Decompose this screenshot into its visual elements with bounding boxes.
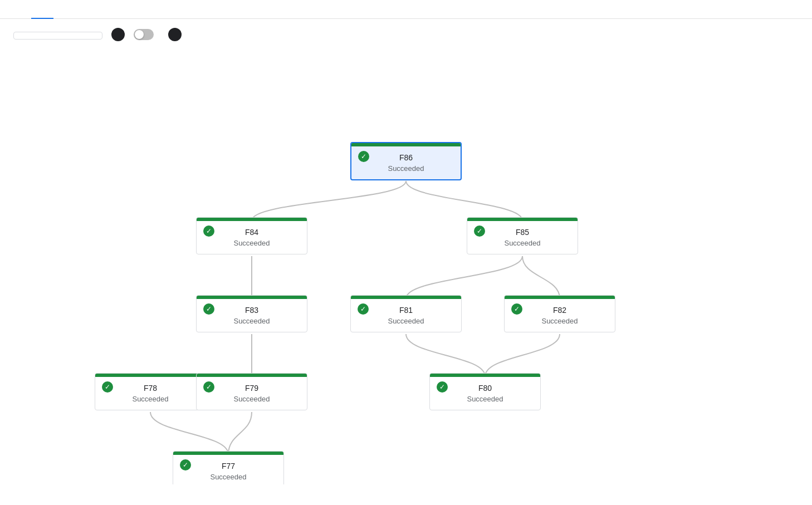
node-title: F84	[245, 228, 258, 237]
node-status: Succeeded	[541, 317, 578, 325]
node-body: ✓ F82 Succeeded	[505, 299, 615, 332]
graph-area: ✓ F86 Succeeded ✓ F84 Succeeded ✓ F85 Su…	[0, 50, 812, 484]
success-icon: ✓	[437, 381, 448, 393]
node-f79[interactable]: ✓ F79 Succeeded	[196, 373, 307, 410]
graph-view-group	[13, 30, 102, 40]
success-icon: ✓	[511, 303, 522, 315]
success-icon: ✓	[203, 303, 214, 315]
node-title: F79	[245, 384, 258, 393]
node-title: F85	[516, 228, 529, 237]
node-f82[interactable]: ✓ F82 Succeeded	[504, 295, 615, 332]
node-title: F86	[399, 153, 413, 162]
graph-view-help-icon[interactable]	[111, 28, 125, 41]
node-body: ✓ F83 Succeeded	[197, 299, 307, 332]
success-icon: ✓	[358, 151, 369, 162]
node-status: Succeeded	[467, 395, 503, 403]
node-status: Succeeded	[388, 164, 424, 173]
node-f77[interactable]: ✓ F77 Succeeded	[173, 451, 284, 484]
connectors-svg	[0, 50, 812, 484]
node-title: F82	[553, 306, 566, 315]
success-icon: ✓	[203, 225, 214, 237]
node-title: F80	[478, 384, 492, 393]
node-body: ✓ F80 Succeeded	[430, 377, 540, 410]
toolbar	[0, 19, 812, 50]
success-icon: ✓	[474, 225, 485, 237]
node-body: ✓ F77 Succeeded	[173, 455, 283, 484]
node-body: ✓ F85 Succeeded	[467, 221, 578, 254]
connector-F79-F77	[228, 412, 252, 454]
tab-job-metrics[interactable]	[53, 0, 76, 19]
critical-path-group	[134, 29, 159, 40]
graph-view-select[interactable]	[13, 32, 102, 40]
node-body: ✓ F81 Succeeded	[351, 299, 461, 332]
node-status: Succeeded	[233, 239, 270, 247]
node-f80[interactable]: ✓ F80 Succeeded	[429, 373, 541, 410]
connector-F78-F77	[150, 412, 228, 454]
critical-path-help-icon[interactable]	[168, 28, 182, 41]
tab-bar	[0, 0, 812, 19]
success-icon: ✓	[358, 303, 369, 315]
node-status: Succeeded	[388, 317, 424, 325]
success-icon: ✓	[102, 381, 113, 393]
node-body: ✓ F79 Succeeded	[197, 377, 307, 410]
node-status: Succeeded	[210, 473, 246, 481]
node-status: Succeeded	[132, 395, 168, 403]
node-status: Succeeded	[233, 395, 270, 403]
node-title: F81	[399, 306, 413, 315]
connector-F85-F81	[406, 256, 522, 298]
node-title: F77	[222, 462, 235, 470]
connector-F86-F84	[252, 181, 406, 220]
tab-execution-details[interactable]	[31, 0, 53, 19]
node-body: ✓ F78 Succeeded	[95, 377, 206, 410]
connector-F86-F85	[406, 181, 522, 220]
node-f81[interactable]: ✓ F81 Succeeded	[350, 295, 462, 332]
tab-job-graph[interactable]	[9, 0, 31, 19]
connector-F85-F82	[522, 256, 560, 298]
connector-F81-F80	[406, 334, 485, 376]
connector-F82-F80	[485, 334, 560, 376]
node-status: Succeeded	[504, 239, 540, 247]
node-f78[interactable]: ✓ F78 Succeeded	[95, 373, 206, 410]
node-f84[interactable]: ✓ F84 Succeeded	[196, 217, 307, 254]
node-f85[interactable]: ✓ F85 Succeeded	[467, 217, 578, 254]
critical-path-toggle[interactable]	[134, 29, 154, 40]
node-f83[interactable]: ✓ F83 Succeeded	[196, 295, 307, 332]
node-status: Succeeded	[233, 317, 270, 325]
node-f86[interactable]: ✓ F86 Succeeded	[350, 142, 462, 180]
node-body: ✓ F84 Succeeded	[197, 221, 307, 254]
node-title: F78	[144, 384, 157, 393]
success-icon: ✓	[180, 459, 191, 470]
node-title: F83	[245, 306, 258, 315]
success-icon: ✓	[203, 381, 214, 393]
node-body: ✓ F86 Succeeded	[351, 146, 461, 179]
